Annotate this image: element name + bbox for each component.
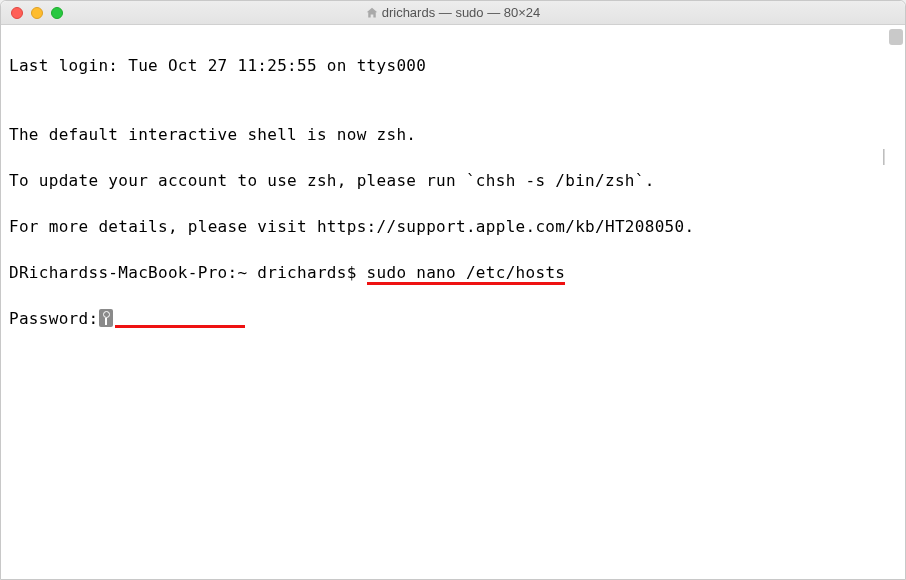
terminal-line: The default interactive shell is now zsh… (9, 123, 897, 146)
window-controls (1, 7, 63, 19)
terminal-line: For more details, please visit https://s… (9, 215, 897, 238)
close-button[interactable] (11, 7, 23, 19)
password-label: Password: (9, 309, 98, 328)
shell-prompt: DRichardss-MacBook-Pro:~ drichards$ (9, 263, 367, 282)
annotation-underline (115, 325, 245, 328)
terminal-window: drichards — sudo — 80×24 Last login: Tue… (0, 0, 906, 580)
key-icon (99, 309, 113, 327)
terminal-line: To update your account to use zsh, pleas… (9, 169, 897, 192)
window-title-text: drichards — sudo — 80×24 (382, 5, 541, 20)
password-line: Password: (9, 307, 897, 330)
terminal-line: Last login: Tue Oct 27 11:25:55 on ttys0… (9, 54, 897, 77)
scrollbar-thumb[interactable] (889, 29, 903, 45)
prompt-line: DRichardss-MacBook-Pro:~ drichards$ sudo… (9, 261, 897, 284)
text-cursor: | (879, 144, 889, 167)
zoom-button[interactable] (51, 7, 63, 19)
minimize-button[interactable] (31, 7, 43, 19)
entered-command: sudo nano /etc/hosts (367, 263, 566, 285)
home-icon (366, 7, 378, 19)
window-title: drichards — sudo — 80×24 (1, 5, 905, 20)
terminal-body[interactable]: Last login: Tue Oct 27 11:25:55 on ttys0… (1, 25, 905, 579)
titlebar: drichards — sudo — 80×24 (1, 1, 905, 25)
